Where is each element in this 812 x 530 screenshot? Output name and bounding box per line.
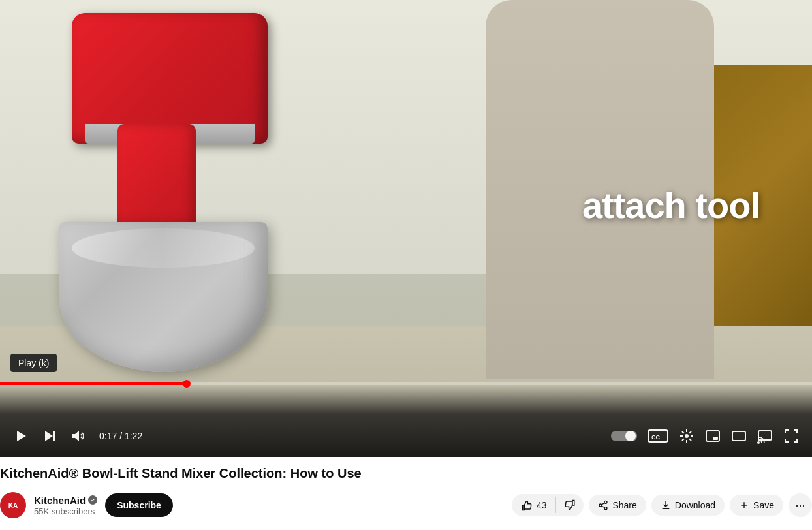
play-tooltip: Play (k) xyxy=(10,354,57,372)
download-label: Download xyxy=(675,500,715,510)
svg-line-18 xyxy=(602,503,605,505)
channel-left: KA KitchenAid 55K subscribers Subscribe xyxy=(0,492,173,518)
below-video: KitchenAid® Bowl-Lift Stand Mixer Collec… xyxy=(0,457,812,521)
svg-text:CC: CC xyxy=(651,434,660,441)
cast-button[interactable] xyxy=(755,426,775,446)
svg-marker-1 xyxy=(45,431,53,441)
svg-rect-11 xyxy=(732,431,745,441)
svg-point-16 xyxy=(604,507,607,510)
captions-button[interactable]: CC xyxy=(645,426,671,446)
play-button[interactable] xyxy=(10,426,31,446)
volume-button[interactable] xyxy=(68,426,89,446)
download-button[interactable]: Download xyxy=(651,495,725,516)
svg-rect-12 xyxy=(758,431,772,440)
svg-rect-10 xyxy=(713,437,718,440)
share-label: Share xyxy=(612,500,636,510)
channel-name-row: KitchenAid xyxy=(34,495,97,506)
svg-point-15 xyxy=(599,504,602,507)
time-display: 0:17 / 1:22 xyxy=(99,431,142,441)
svg-rect-2 xyxy=(53,431,55,441)
video-overlay-text: attach tool xyxy=(582,183,760,227)
channel-info: KitchenAid 55K subscribers xyxy=(34,495,97,516)
like-dislike-group: 43 xyxy=(512,494,584,516)
verified-badge xyxy=(88,495,97,505)
controls-bar: 0:17 / 1:22 CC xyxy=(0,385,812,457)
right-controls: CC xyxy=(608,426,802,446)
channel-right: 43 Share xyxy=(512,493,812,517)
channel-name[interactable]: KitchenAid xyxy=(34,495,86,506)
svg-point-14 xyxy=(604,501,607,503)
fullscreen-button[interactable] xyxy=(781,426,802,446)
theater-button[interactable] xyxy=(728,426,749,446)
controls-row: 0:17 / 1:22 CC xyxy=(10,420,802,452)
svg-marker-0 xyxy=(17,431,26,441)
save-label: Save xyxy=(753,500,774,510)
like-count: 43 xyxy=(537,500,547,510)
video-title: KitchenAid® Bowl-Lift Stand Mixer Collec… xyxy=(0,465,812,490)
channel-row: KA KitchenAid 55K subscribers Subscribe xyxy=(0,490,812,521)
avatar-text: KA xyxy=(8,502,18,509)
settings-button[interactable] xyxy=(676,426,697,446)
svg-point-8 xyxy=(685,434,689,438)
dislike-button[interactable] xyxy=(556,494,584,516)
save-button[interactable]: Save xyxy=(730,495,783,516)
more-button[interactable]: ··· xyxy=(789,493,812,517)
channel-subscribers: 55K subscribers xyxy=(34,507,97,516)
more-icon: ··· xyxy=(795,499,805,512)
svg-marker-3 xyxy=(72,431,79,441)
channel-avatar[interactable]: KA xyxy=(0,492,26,518)
autoplay-toggle[interactable] xyxy=(608,426,640,446)
svg-line-17 xyxy=(602,506,605,508)
svg-point-5 xyxy=(625,431,636,441)
mixer-graphic xyxy=(39,13,313,392)
video-container[interactable]: attach tool Play (k) xyxy=(0,0,812,457)
subscribe-button[interactable]: Subscribe xyxy=(105,493,173,517)
skip-button[interactable] xyxy=(39,426,60,446)
share-button[interactable]: Share xyxy=(589,495,646,516)
like-button[interactable]: 43 xyxy=(512,494,556,516)
svg-point-13 xyxy=(757,441,760,444)
miniplayer-button[interactable] xyxy=(702,426,723,446)
